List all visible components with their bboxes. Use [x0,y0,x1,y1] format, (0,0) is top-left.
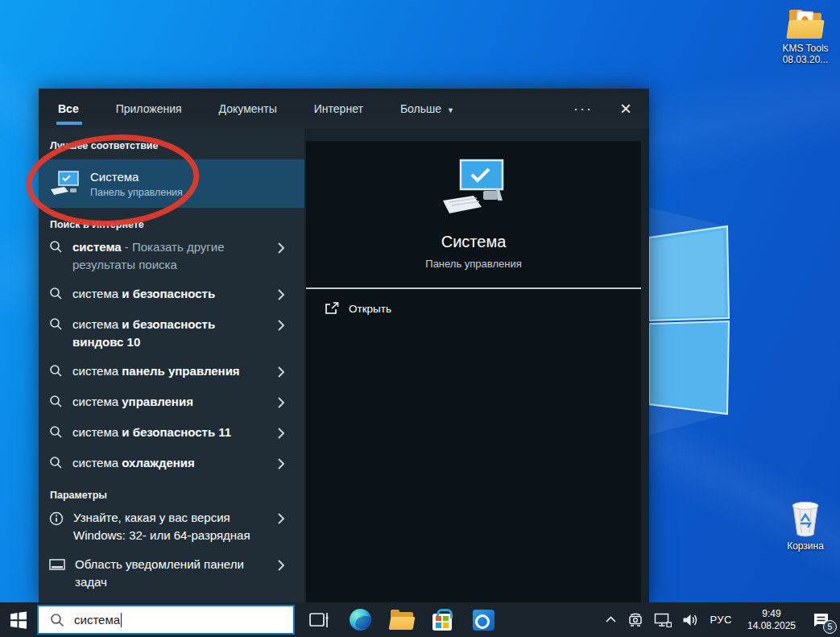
search-icon [49,425,63,439]
windows-logo-wallpaper [636,193,745,443]
tab-documents[interactable]: Документы [219,102,277,115]
volume-icon [682,613,699,627]
file-explorer-icon [390,610,412,631]
store-icon [432,614,452,631]
settings-result[interactable]: Область уведомлений панели задач [39,556,304,596]
tray-chevron-up[interactable] [605,615,617,624]
preview-title: Система [306,233,641,251]
taskbar-icon [49,558,65,571]
desktop-icon-label: Корзина [774,540,837,552]
desktop-icon-label: 08.03.20... [774,54,837,65]
tab-apps[interactable]: Приложения [116,102,182,115]
tab-more[interactable]: Больше▼ [400,102,454,115]
edge-icon [350,609,371,631]
search-icon [49,364,63,378]
tab-all[interactable]: Все [58,102,79,115]
search-suggestion[interactable]: система и безопасность [39,285,304,309]
desktop-icon-recycle-bin[interactable]: Корзина [774,499,837,552]
settings-result[interactable]: Узнайте, какая у вас версия Windows: 32-… [39,509,304,549]
section-header-web-search: Поиск в Интернете [50,219,304,232]
chevron-right-icon [277,427,285,440]
start-button[interactable] [0,602,37,637]
more-options-button[interactable]: ··· [573,101,593,118]
outlook-button[interactable] [472,609,494,631]
chevron-right-icon [277,559,285,572]
search-filter-tabs: Все Приложения Документы Интернет Больше… [39,89,649,129]
language-indicator[interactable]: РУС [710,614,732,626]
chevron-down-icon: ▼ [447,106,454,114]
chevron-right-icon [277,242,285,254]
clock-time: 9:49 [743,608,801,620]
device-icon [627,612,643,627]
info-icon [49,511,64,526]
chevron-right-icon [277,512,285,525]
open-action[interactable]: Открыть [306,289,641,315]
clock[interactable]: 9:49 14.08.2025 [743,608,801,632]
chevron-right-icon [277,396,285,409]
section-header-best-match: Лучшее соответствие [50,140,304,153]
desktop-icon-label: KMS Tools [774,43,837,54]
search-icon [49,240,63,254]
text-caret [121,613,122,627]
search-icon [49,317,63,331]
search-flyout: Все Приложения Документы Интернет Больше… [39,89,649,602]
notification-badge: 5 [823,620,837,634]
preview-subtitle: Панель управления [306,258,641,270]
open-icon [325,302,339,315]
microsoft-store-button[interactable] [431,609,453,631]
search-preview-pane: Система Панель управления Открыть [304,129,649,602]
file-explorer-button[interactable] [390,609,412,631]
network-icon [654,613,672,627]
search-query-text: система [74,613,120,627]
task-view-icon [308,610,329,630]
taskbar: система [0,602,840,637]
search-icon [49,287,63,300]
chevron-right-icon [277,319,285,332]
tray-device-button[interactable] [627,612,643,627]
action-center-button[interactable]: 5 [811,610,832,631]
search-icon [50,613,64,627]
search-icon [49,395,63,408]
best-match-title: Система [90,170,183,184]
search-suggestion[interactable]: система управления [39,393,304,417]
tray-network-button[interactable] [654,613,672,627]
search-suggestion[interactable]: система - Показать другие результаты пои… [39,238,304,279]
search-suggestion[interactable]: система и безопасность 11 [39,424,304,448]
chevron-right-icon [277,288,285,301]
preview-panel: Система Панель управления Открыть [306,141,641,602]
desktop: { "colors": { "accent_blue": "#3f9fdc", … [0,0,840,637]
search-suggestion[interactable]: система панель управления [39,362,304,387]
tab-web[interactable]: Интернет [314,102,363,115]
best-match-subtitle: Панель управления [90,187,183,198]
windows-start-icon [10,611,27,629]
tray-volume-button[interactable] [682,613,699,627]
outlook-icon [473,610,494,631]
system-icon-large [440,159,507,218]
best-match-item-system[interactable]: Система Панель управления [39,159,304,208]
clock-date: 14.08.2025 [743,620,801,632]
recycle-bin-icon [788,499,823,538]
edge-button[interactable] [349,609,371,631]
search-icon [49,456,63,469]
taskbar-search-input[interactable]: система [37,605,295,635]
desktop-icon-kms-tools[interactable]: KMS Tools 08.03.20... [774,10,837,65]
search-suggestion[interactable]: система и безопасность виндовс 10 [39,316,304,356]
close-icon[interactable]: × [620,101,631,117]
chevron-right-icon [277,366,285,378]
system-icon [51,171,80,196]
chevron-right-icon [277,457,285,470]
folder-icon [787,10,824,40]
section-header-settings: Параметры [50,490,304,503]
search-suggestion[interactable]: система охлаждения [39,454,304,478]
active-tab-underline [56,122,82,125]
task-view-button[interactable] [308,609,330,631]
chevron-up-icon [605,615,617,624]
open-action-label: Открыть [349,303,391,315]
search-results-list: Лучшее соответствие Система Панель управ… [39,129,304,602]
